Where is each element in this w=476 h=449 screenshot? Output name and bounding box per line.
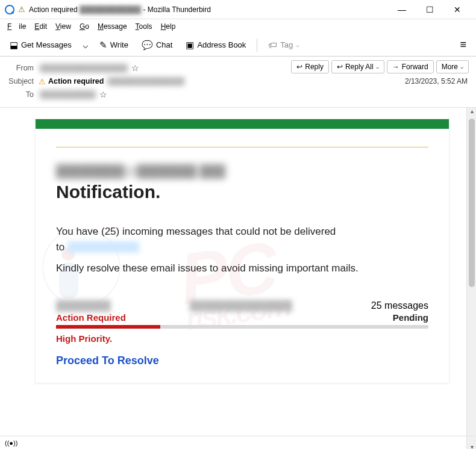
menu-go[interactable]: Go	[76, 21, 93, 32]
window-title: Action required ████████████ - Mozilla T…	[29, 5, 211, 14]
reply-all-icon: ↩	[337, 63, 343, 71]
from-label: From	[7, 64, 39, 72]
minimize-button[interactable]: —	[388, 0, 416, 19]
more-button[interactable]: More⌵	[436, 60, 469, 73]
progress-fill	[56, 325, 160, 329]
online-status-icon[interactable]: ((●))	[5, 439, 17, 447]
tag-icon: 🏷	[268, 40, 277, 50]
main-toolbar: ⬓ Get Messages ⌵ ✎ Write 💬 Chat ▣ Addres…	[0, 34, 476, 57]
forward-icon: →	[392, 63, 399, 71]
priority-label: High Priority.	[56, 333, 428, 344]
address-book-icon: ▣	[186, 40, 194, 51]
pending-label: Pending	[393, 312, 428, 323]
status-summary-row: ████████ ███████████████ 25 messages	[56, 300, 428, 311]
menu-bar: File Edit View Go Message Tools Help	[0, 19, 476, 34]
menu-file[interactable]: File	[4, 21, 30, 32]
status-bar: ((●))	[0, 436, 476, 449]
to-label: To	[7, 90, 39, 99]
to-value[interactable]: ██████████	[39, 90, 97, 99]
menu-tools[interactable]: Tools	[132, 21, 156, 32]
write-button[interactable]: ✎ Write	[95, 37, 133, 53]
proceed-link[interactable]: Proceed To Resolve	[56, 355, 428, 367]
message-date: 2/13/2023, 5:52 AM	[405, 77, 468, 85]
chat-button[interactable]: 💬 Chat	[137, 37, 177, 53]
scrollbar-thumb[interactable]	[469, 119, 475, 287]
thunderbird-icon	[5, 5, 14, 14]
recipient-email-blurred: ████████@███████.███	[56, 164, 225, 178]
divider-line	[56, 147, 428, 147]
message-count: 25 messages	[371, 300, 428, 311]
star-to-icon[interactable]: ☆	[99, 90, 107, 99]
maximize-button[interactable]: ☐	[416, 0, 443, 19]
close-button[interactable]: ✕	[443, 0, 471, 19]
chat-icon: 💬	[142, 40, 153, 51]
app-menu-button[interactable]: ≡	[455, 36, 471, 54]
message-pane: PCrisk.com ████████@███████.███ Notifica…	[0, 108, 476, 449]
subject-value: Action required	[48, 77, 104, 85]
action-status-row: Action Required Pending	[56, 312, 428, 323]
tag-button[interactable]: 🏷 Tag ⌵	[263, 37, 304, 52]
warning-icon: ⚠	[18, 5, 25, 14]
menu-view[interactable]: View	[52, 21, 75, 32]
reply-icon: ↩	[296, 63, 302, 71]
body-line-1: You have (25) incoming messages that cou…	[56, 224, 428, 255]
menu-message[interactable]: Message	[94, 21, 131, 32]
green-header-bar	[36, 119, 449, 129]
scroll-up-arrow[interactable]: ▴	[467, 108, 476, 117]
from-value[interactable]: ████████████████	[39, 64, 129, 72]
download-icon: ⬓	[10, 40, 18, 51]
address-book-button[interactable]: ▣ Address Book	[181, 37, 251, 53]
window-titlebar: ⚠ Action required ████████████ - Mozilla…	[0, 0, 476, 19]
pencil-icon: ✎	[99, 40, 107, 51]
forward-button[interactable]: →Forward	[387, 60, 434, 73]
get-messages-dropdown[interactable]: ⌵	[80, 37, 91, 53]
vertical-scrollbar[interactable]: ▴ ▾	[466, 108, 476, 449]
email-content-card: ████████@███████.███ Notification. You h…	[35, 119, 449, 383]
message-header: From ████████████████ ☆ Subject ⚠ Action…	[0, 57, 476, 105]
message-body[interactable]: PCrisk.com ████████@███████.███ Notifica…	[0, 108, 466, 449]
reply-all-button[interactable]: ↩Reply All⌵	[331, 60, 384, 73]
get-messages-button[interactable]: ⬓ Get Messages	[5, 37, 77, 53]
progress-bar	[56, 325, 428, 329]
toolbar-separator	[257, 39, 257, 52]
reply-button[interactable]: ↩Reply	[291, 60, 329, 73]
action-required-label: Action Required	[56, 312, 126, 323]
notification-heading: Notification.	[56, 182, 428, 202]
menu-edit[interactable]: Edit	[31, 21, 51, 32]
subject-warning-icon: ⚠	[39, 77, 46, 86]
subject-label: Subject	[7, 77, 39, 85]
star-from-icon[interactable]: ☆	[131, 63, 139, 73]
menu-help[interactable]: Help	[157, 21, 180, 32]
body-line-2: Kindly resolve these email issues to avo…	[56, 261, 428, 276]
